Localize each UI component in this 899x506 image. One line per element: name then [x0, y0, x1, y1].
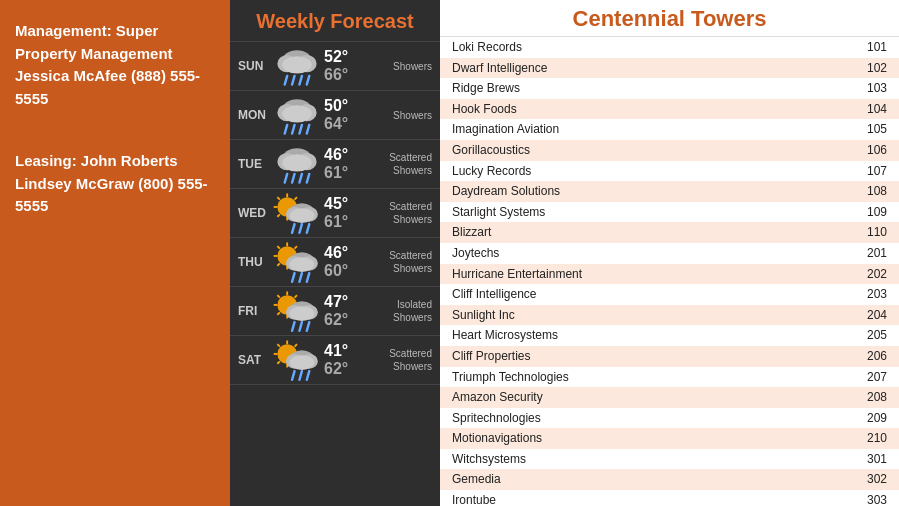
tenant-name: Cliff Intelligence: [452, 285, 537, 304]
condition: Showers: [368, 109, 432, 122]
tenant-name: Cliff Properties: [452, 347, 530, 366]
svg-line-38: [299, 224, 301, 233]
temps: 41° 62°: [324, 342, 368, 378]
tenant-name: Imagination Aviation: [452, 120, 559, 139]
tenant-unit: 108: [867, 182, 887, 201]
table-row: Daydream Solutions 108: [440, 181, 899, 202]
table-row: Dwarf Intelligence 102: [440, 58, 899, 79]
table-row: Ridge Brews 103: [440, 78, 899, 99]
tenant-unit: 202: [867, 265, 887, 284]
tenant-name: Daydream Solutions: [452, 182, 560, 201]
temp-lo: 64°: [324, 115, 348, 133]
tenant-unit: 301: [867, 450, 887, 469]
temp-lo: 66°: [324, 66, 348, 84]
svg-line-20: [285, 174, 287, 183]
table-row: Hurricane Entertainment 202: [440, 264, 899, 285]
tenant-name: Witchsystems: [452, 450, 526, 469]
temp-lo: 61°: [324, 213, 348, 231]
svg-line-6: [299, 76, 301, 85]
forecast-day-thu: THU 46° 60° Scattered Showers: [230, 238, 440, 287]
svg-point-36: [290, 208, 315, 223]
svg-line-86: [299, 371, 301, 380]
forecast-day-sun: SUN 52° 66° Showers: [230, 42, 440, 91]
table-row: Motionavigations 210: [440, 428, 899, 449]
svg-line-55: [307, 273, 309, 282]
tenant-unit: 103: [867, 79, 887, 98]
table-row: Witchsystems 301: [440, 449, 899, 470]
temp-hi: 46°: [324, 146, 348, 164]
tenant-name: Joytechs: [452, 244, 499, 263]
temps: 50° 64°: [324, 97, 368, 133]
temps: 45° 61°: [324, 195, 368, 231]
tenant-unit: 102: [867, 59, 887, 78]
management-contact: Jessica McAfee (888) 555-5555: [15, 67, 200, 107]
svg-line-21: [292, 174, 294, 183]
tenant-name: Heart Microsystems: [452, 326, 558, 345]
tenant-name: Dwarf Intelligence: [452, 59, 547, 78]
day-label: THU: [238, 255, 270, 269]
temps: 46° 60°: [324, 244, 368, 280]
day-label: TUE: [238, 157, 270, 171]
svg-line-31: [295, 197, 297, 199]
forecast-day-fri: FRI 47° 62° Isolated Showers: [230, 287, 440, 336]
temp-lo: 62°: [324, 360, 348, 378]
tenant-unit: 109: [867, 203, 887, 222]
tenant-list: Loki Records 101 Dwarf Intelligence 102 …: [440, 37, 899, 506]
temp-hi: 52°: [324, 48, 348, 66]
tenant-name: Irontube: [452, 491, 496, 506]
tenant-unit: 105: [867, 120, 887, 139]
table-row: Cliff Intelligence 203: [440, 284, 899, 305]
svg-line-85: [292, 371, 294, 380]
table-row: Irontube 303: [440, 490, 899, 506]
condition: Showers: [368, 60, 432, 73]
tenant-name: Sunlight Inc: [452, 306, 515, 325]
tenant-name: Loki Records: [452, 38, 522, 57]
tenant-unit: 210: [867, 429, 887, 448]
day-label: SUN: [238, 59, 270, 73]
svg-line-29: [277, 197, 279, 199]
table-row: Cliff Properties 206: [440, 346, 899, 367]
temp-lo: 61°: [324, 164, 348, 182]
svg-point-52: [290, 257, 315, 272]
weather-icon: [270, 144, 324, 184]
svg-line-13: [292, 125, 294, 134]
day-label: SAT: [238, 353, 270, 367]
svg-line-48: [277, 263, 279, 265]
svg-line-80: [277, 361, 279, 363]
temps: 46° 61°: [324, 146, 368, 182]
condition: Scattered Showers: [368, 200, 432, 226]
condition: Scattered Showers: [368, 151, 432, 177]
forecast-day-mon: MON 50° 64° Showers: [230, 91, 440, 140]
tenant-unit: 207: [867, 368, 887, 387]
svg-line-37: [292, 224, 294, 233]
svg-line-79: [295, 344, 297, 346]
weather-icon: [270, 291, 324, 331]
weather-icon: [270, 193, 324, 233]
forecast-day-sat: SAT 41° 62° Scattered Showers: [230, 336, 440, 385]
tenant-name: Hurricane Entertainment: [452, 265, 582, 284]
tenant-name: Lucky Records: [452, 162, 531, 181]
weather-icon: [270, 340, 324, 380]
management-text: Management: Super Property Management: [15, 22, 173, 62]
tenant-name: Gorillacoustics: [452, 141, 530, 160]
svg-line-7: [307, 76, 309, 85]
temp-hi: 50°: [324, 97, 348, 115]
tenant-name: Spritechnologies: [452, 409, 541, 428]
table-row: Imagination Aviation 105: [440, 119, 899, 140]
left-panel: Management: Super Property Management Je…: [0, 0, 230, 506]
tenant-name: Ridge Brews: [452, 79, 520, 98]
table-row: Gorillacoustics 106: [440, 140, 899, 161]
tenant-name: Starlight Systems: [452, 203, 545, 222]
svg-line-77: [277, 344, 279, 346]
forecast-days: SUN 52° 66° Showers MON 50° 64° Showers: [230, 42, 440, 385]
tenant-unit: 110: [867, 223, 887, 242]
svg-line-71: [307, 322, 309, 331]
tenant-unit: 206: [867, 347, 887, 366]
day-label: FRI: [238, 304, 270, 318]
temp-hi: 46°: [324, 244, 348, 262]
condition: Scattered Showers: [368, 347, 432, 373]
table-row: Triumph Technologies 207: [440, 367, 899, 388]
svg-line-45: [277, 246, 279, 248]
tenant-unit: 107: [867, 162, 887, 181]
weather-icon: [270, 46, 324, 86]
